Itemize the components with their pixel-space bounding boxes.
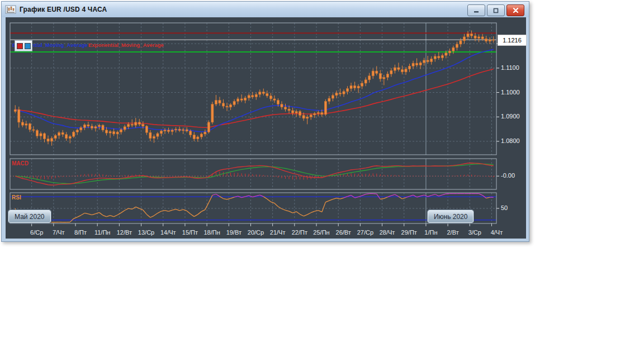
time-tick-label: 11/Пн — [94, 229, 110, 236]
time-tick-label: 18/Пн — [203, 229, 220, 236]
candlestick-chart-icon — [5, 5, 16, 14]
time-tick-label: 4/Чт — [491, 229, 503, 236]
minimize-button[interactable] — [467, 4, 485, 16]
maximize-icon — [493, 8, 499, 13]
time-tick-label: 1/Пн — [424, 229, 437, 236]
minimize-icon — [473, 8, 480, 13]
macd-zero-label: -0.00 — [501, 172, 515, 179]
chart-client-area: Exponential_Moving_Average Exponential_M… — [6, 17, 526, 239]
macd-panel-label: MACD — [12, 160, 29, 166]
time-tick-label: 12/Вт — [117, 229, 132, 236]
time-tick-label: 13/Ср — [138, 229, 154, 236]
desktop: График EUR /USD 4 ЧАСА — [0, 0, 644, 362]
price-tick-label: 1.0900 — [501, 113, 520, 120]
price-tick-label: 1.0800 — [501, 137, 520, 144]
price-tick-label: 1.1100 — [501, 64, 519, 71]
month-button-may[interactable]: Май 2020 — [8, 210, 51, 223]
price-chart-canvas[interactable] — [6, 17, 526, 239]
close-icon — [513, 8, 519, 13]
time-tick-label: 15/Пт — [182, 229, 198, 236]
legend-swatches — [15, 40, 32, 51]
rsi-mid-label: 50 — [501, 204, 508, 211]
time-tick-label: 14/Чт — [160, 229, 176, 236]
time-tick-label: 19/Вт — [226, 229, 242, 236]
chart-window: График EUR /USD 4 ЧАСА — [1, 1, 529, 242]
time-tick-label: 29/Пт — [401, 229, 417, 236]
time-tick-label: 22/Пт — [292, 229, 307, 236]
maximize-button[interactable] — [487, 4, 505, 16]
time-tick-label: 6/Ср — [30, 229, 43, 236]
ema-slow-swatch[interactable] — [25, 43, 31, 49]
time-tick-label: 21/Чт — [270, 229, 286, 236]
legend-ema-slow-label: Exponential_Moving_Average — [88, 42, 164, 48]
time-tick-label: 25/Пн — [313, 229, 329, 236]
current-price-label: 1.1216 — [498, 35, 527, 46]
time-tick-label: 8/Пт — [74, 229, 87, 236]
time-tick-label: 26/Вт — [336, 229, 351, 236]
month-button-june[interactable]: Июнь 2020 — [428, 210, 474, 223]
ema-fast-swatch[interactable] — [17, 43, 23, 49]
window-titlebar[interactable]: График EUR /USD 4 ЧАСА — [2, 2, 529, 17]
rsi-panel-label: RSI — [12, 194, 21, 201]
time-tick-label: 20/Ср — [248, 229, 264, 236]
time-tick-label: 7/Чт — [53, 229, 65, 236]
close-button[interactable] — [506, 4, 524, 16]
price-tick-label: 1.1000 — [501, 89, 520, 96]
time-tick-label: 28/Чт — [380, 229, 395, 236]
time-tick-label: 2/Вт — [447, 229, 459, 236]
time-tick-label: 27/Ср — [357, 229, 373, 236]
time-tick-label: 3/Ср — [468, 229, 481, 236]
window-title: График EUR /USD 4 ЧАСА — [20, 6, 107, 13]
